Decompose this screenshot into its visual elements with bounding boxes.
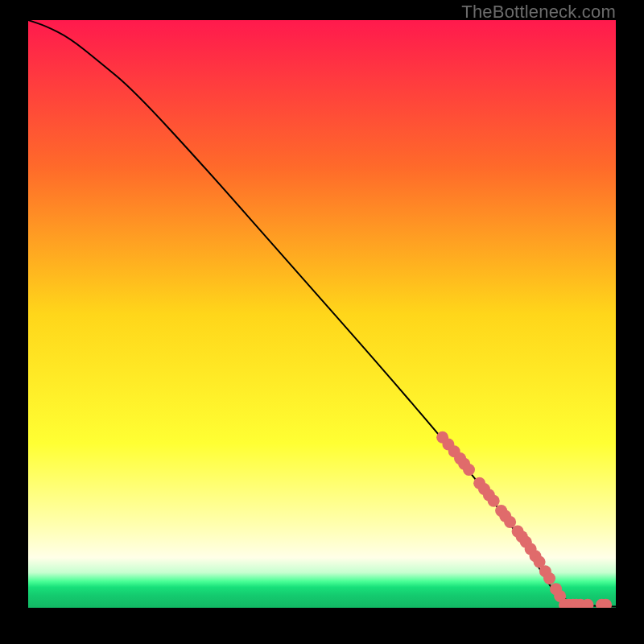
data-point (543, 572, 555, 584)
chart-svg (28, 20, 616, 608)
data-point (504, 516, 516, 528)
chart-frame (28, 20, 616, 608)
gradient-background (28, 20, 616, 608)
data-point (488, 495, 500, 507)
data-point (463, 464, 475, 476)
